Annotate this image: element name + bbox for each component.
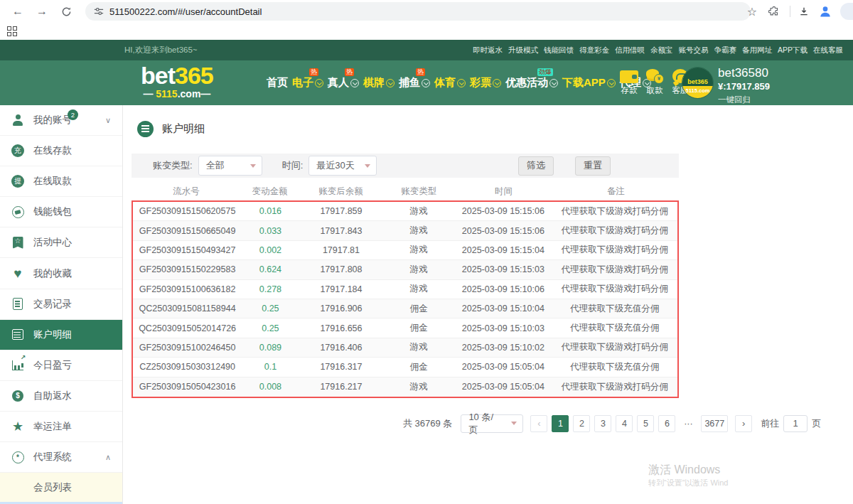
nav-item-label: 首页 [267, 76, 288, 90]
top-link[interactable]: APP下载 [778, 45, 808, 55]
column-header: 变动金额 [241, 186, 299, 198]
table-cell: 0.278 [242, 284, 299, 294]
quick-label: 取款 [647, 85, 663, 96]
nav-item-电子[interactable]: 电子热 [291, 76, 324, 90]
table-cell: 2025-03-09 15:15:06 [454, 226, 552, 236]
table-row: GF250309151504934270.00217917.81游戏2025-0… [133, 241, 677, 260]
nav-item-体育[interactable]: 体育 [434, 76, 466, 90]
table-cell: 17916.406 [299, 343, 384, 353]
site-settings-icon[interactable] [94, 6, 104, 16]
reset-button[interactable]: 重置 [575, 156, 611, 176]
top-link[interactable]: 争霸赛 [714, 45, 736, 55]
nav-item-捕鱼[interactable]: 捕鱼热 [398, 76, 431, 90]
nav-item-优惠活动[interactable]: 优惠活动劲爆 [505, 76, 559, 90]
goto-label: 前往 [761, 417, 779, 430]
prev-page-button[interactable]: ‹ [530, 415, 547, 432]
top-link[interactable]: 钱能回馈 [544, 45, 574, 55]
sidebar-item-会员列表[interactable]: 会员列表 [0, 473, 122, 503]
page-size-select[interactable]: 10 条/页 [461, 414, 523, 433]
logo-domain: — 5115.com— [141, 89, 213, 99]
table-cell: 17916.656 [299, 323, 384, 333]
reload-icon[interactable] [57, 2, 75, 21]
time-value: 最近30天 [316, 159, 354, 172]
top-link[interactable]: 即时返水 [473, 45, 503, 55]
table-cell: 17916.317 [299, 362, 384, 372]
sidebar-item-在线存款[interactable]: 充在线存款 [0, 136, 122, 166]
forward-icon[interactable]: → [33, 2, 51, 21]
quick-取款[interactable]: 取款 [644, 66, 665, 96]
page-size-value: 10 条/页 [468, 411, 501, 436]
page-button-2[interactable]: 2 [573, 415, 590, 432]
filter-bar: 账变类型: 全部 时间: 最近30天 筛选 重置 [132, 154, 679, 178]
top-link[interactable]: 账号交易 [678, 45, 708, 55]
apps-grid-icon[interactable] [7, 26, 17, 36]
table-body-highlight-box: GF250309151506205750.01617917.859游戏2025-… [132, 200, 679, 398]
table-cell: 2025-03-09 15:15:04 [454, 245, 552, 255]
filter-button[interactable]: 筛选 [518, 156, 554, 176]
sidebar-item-代理系统[interactable]: *代理系统∧ [0, 442, 122, 473]
time-select[interactable]: 最近30天 [309, 156, 377, 176]
sidebar-item-我的收藏[interactable]: ♥我的收藏 [0, 258, 122, 289]
chevron-down-icon [607, 79, 616, 87]
top-link[interactable]: 备用网址 [742, 45, 772, 55]
change-type-select[interactable]: 全部 [198, 156, 262, 176]
top-link[interactable]: 升级模式 [508, 45, 538, 55]
account-detail-icon [137, 121, 154, 137]
sidebar-item-活动中心[interactable]: 活动中心 [0, 227, 122, 258]
nav-item-下载APP[interactable]: 下载APP [562, 76, 616, 90]
next-page-button[interactable]: › [735, 415, 752, 432]
quick-存款[interactable]: 存款 [618, 66, 640, 96]
page-button-1[interactable]: 1 [552, 415, 569, 432]
sidebar-item-自助返水[interactable]: 自助返水 [0, 381, 122, 412]
browser-menu-partial[interactable] [840, 3, 853, 20]
hot-badge: 劲爆 [537, 68, 553, 76]
extensions-icon[interactable] [764, 2, 783, 21]
download-icon[interactable] [795, 2, 813, 21]
profile-avatar-icon[interactable] [816, 2, 835, 21]
url-text: 511500222.com/#/user/accountDetail [109, 6, 262, 17]
sidebar-item-交易记录[interactable]: 交易记录 [0, 289, 122, 320]
chevron-down-icon [493, 79, 501, 87]
top-link[interactable]: 得意彩金 [579, 45, 609, 55]
round-site-badge: bet365 5115.com [682, 67, 714, 99]
agent-icon: * [10, 449, 26, 465]
site-logo[interactable]: bet365 — 5115.com— [141, 63, 213, 99]
table-row: GF250309151502295830.62417917.808游戏2025-… [133, 260, 677, 279]
page-button-3677[interactable]: 3677 [701, 415, 728, 432]
nav-item-真人[interactable]: 真人热 [327, 76, 360, 90]
chevron-down-icon [549, 79, 558, 87]
address-bar[interactable]: 511500222.com/#/user/accountDetail [85, 2, 751, 21]
nav-item-棋牌[interactable]: 棋牌 [363, 76, 395, 90]
page-button-3[interactable]: 3 [594, 415, 611, 432]
sidebar-item-幸运注单[interactable]: ★幸运注单 [0, 412, 122, 442]
one-key-recycle-link[interactable]: 一键回归 [718, 95, 770, 104]
hot-badge: 热 [416, 68, 425, 76]
sidebar-item-今日盈亏[interactable]: 今日盈亏 [0, 350, 122, 381]
top-link[interactable]: 在线客服 [813, 45, 843, 55]
logo-text: bet365 [141, 63, 213, 87]
chevron-down-icon [386, 79, 395, 87]
page-button-4[interactable]: 4 [616, 415, 633, 432]
bookmark-star-icon[interactable]: ☆ [743, 2, 761, 21]
page-button-5[interactable]: 5 [637, 415, 654, 432]
sidebar-item-钱能钱包[interactable]: 钱能钱包 [0, 197, 122, 227]
nav-item-彩票[interactable]: 彩票 [469, 76, 502, 90]
table-cell: 代理获取下级游戏打码分佣 [552, 264, 677, 276]
back-icon[interactable]: ← [9, 2, 27, 21]
withdraw-icon: 提 [10, 173, 26, 189]
top-link[interactable]: 信用借呗 [615, 45, 645, 55]
nav-item-label: 彩票 [470, 76, 491, 90]
sidebar-item-label: 在线取款 [33, 175, 72, 188]
toolbar-divider [790, 6, 790, 17]
page-button-6[interactable]: 6 [658, 415, 675, 432]
nav-item-label: 电子 [292, 76, 313, 90]
sidebar-item-我的账号[interactable]: 我的账号2∨ [0, 105, 122, 136]
top-link[interactable]: 余额宝 [650, 45, 673, 55]
sidebar-item-在线取款[interactable]: 提在线取款 [0, 166, 122, 197]
goto-page-input[interactable]: 1 [783, 415, 808, 432]
sidebar-item-账户明细[interactable]: 账户明细 [0, 320, 122, 350]
nav-item-首页[interactable]: 首页 [266, 76, 289, 90]
table-cell: 17917.859 [299, 206, 384, 216]
table-cell: 游戏 [383, 264, 454, 276]
sidebar-item-label: 会员列表 [33, 481, 72, 494]
